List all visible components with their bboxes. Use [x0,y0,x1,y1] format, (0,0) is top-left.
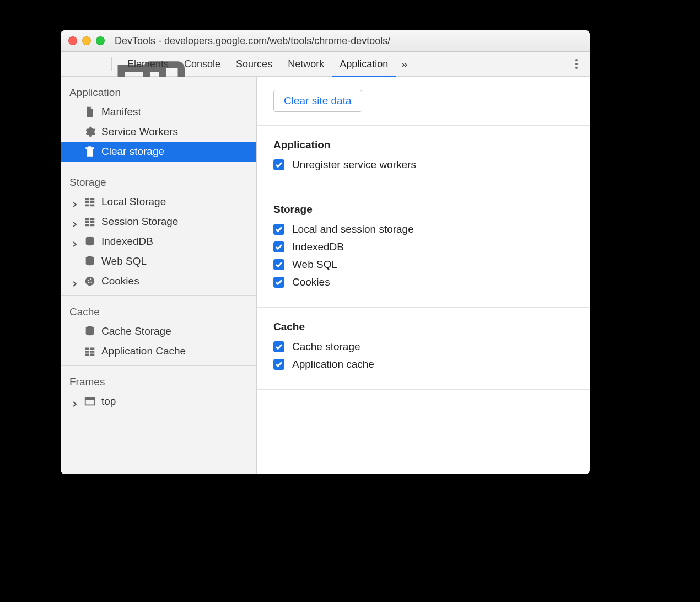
tab-network[interactable]: Network [280,52,332,76]
trash-icon [84,146,96,158]
checkbox-label: Application cache [292,358,374,370]
sidebar-item-cookies[interactable]: Cookies [61,271,256,291]
separator [111,57,112,71]
sidebar-item-session-storage[interactable]: Session Storage [61,212,256,232]
cookie-icon [84,275,96,287]
panel-body: ApplicationManifestService WorkersClear … [61,77,590,474]
sidebar-item-label: Session Storage [101,216,178,228]
db-icon [84,235,96,248]
checkbox-row: Cache storage [273,341,573,353]
window-title: DevTools - developers.google.com/web/too… [115,35,582,47]
checkbox-label: Unregister service workers [292,159,416,171]
clear-site-data-button[interactable]: Clear site data [273,90,362,112]
zoom-window-button[interactable] [96,36,105,45]
sidebar-item-label: IndexedDB [101,235,153,248]
table-icon [84,345,96,357]
tab-console[interactable]: Console [176,52,228,76]
sidebar-group-title: Storage [61,171,256,192]
section-title: Cache [273,321,573,333]
expand-arrow-icon[interactable] [72,238,78,245]
db-icon [84,325,96,337]
frame-icon [84,395,96,407]
checkbox-label: Web SQL [292,259,337,271]
sidebar-item-label: Manifest [101,106,141,118]
checkbox-label: Cache storage [292,341,360,353]
checkbox-label: IndexedDB [292,241,344,253]
sidebar-item-label: Local Storage [101,196,166,208]
sidebar-item-label: Cookies [101,275,139,287]
section-title: Storage [273,203,573,216]
sidebar-item-clear-storage[interactable]: Clear storage [61,142,256,162]
expand-arrow-icon[interactable] [72,278,78,284]
checkbox[interactable] [273,277,284,288]
db-icon [84,255,96,267]
gear-icon [84,126,96,138]
sidebar-item-application-cache[interactable]: Application Cache [61,341,256,361]
application-sidebar: ApplicationManifestService WorkersClear … [61,77,257,474]
checkbox[interactable] [273,359,284,370]
checkbox-label: Cookies [292,276,330,288]
sidebar-group-title: Cache [61,300,256,321]
checkbox-row: Cookies [273,276,573,288]
titlebar: DevTools - developers.google.com/web/too… [61,30,590,52]
window-controls [68,36,105,45]
checkbox-row: Web SQL [273,259,573,271]
sidebar-item-label: Clear storage [101,146,164,158]
clear-storage-pane: Clear site dataApplicationUnregister ser… [257,77,590,474]
sidebar-item-indexeddb[interactable]: IndexedDB [61,232,256,251]
sidebar-group-title: Application [61,81,256,102]
sidebar-item-label: Cache Storage [101,325,171,337]
sidebar-item-cache-storage[interactable]: Cache Storage [61,321,256,341]
checkbox-row: Application cache [273,358,573,370]
checkbox[interactable] [273,341,284,352]
table-icon [84,216,96,228]
tab-sources[interactable]: Sources [228,52,280,76]
sidebar-item-service-workers[interactable]: Service Workers [61,122,256,142]
devtools-window: DevTools - developers.google.com/web/too… [61,30,590,474]
minimize-window-button[interactable] [82,36,91,45]
checkbox[interactable] [273,241,284,252]
sidebar-item-label: Web SQL [101,255,147,267]
expand-arrow-icon[interactable] [72,218,78,225]
table-icon [84,196,96,208]
checkbox[interactable] [273,259,284,270]
checkbox-label: Local and session storage [292,223,414,235]
sidebar-item-label: top [101,395,116,407]
sidebar-item-top[interactable]: top [61,391,256,411]
section-title: Application [273,139,573,151]
expand-arrow-icon[interactable] [72,198,78,205]
sidebar-item-manifest[interactable]: Manifest [61,102,256,122]
inspect-element-icon[interactable] [69,58,82,70]
file-icon [84,106,96,118]
toggle-device-icon[interactable] [88,58,100,70]
tab-elements[interactable]: Elements [120,52,176,76]
sidebar-item-label: Service Workers [101,126,178,138]
sidebar-item-web-sql[interactable]: Web SQL [61,251,256,271]
menu-icon[interactable] [569,59,584,69]
sidebar-group-title: Frames [61,370,256,391]
sidebar-item-label: Application Cache [101,345,186,357]
checkbox-row: IndexedDB [273,241,573,253]
expand-arrow-icon[interactable] [72,398,78,405]
sidebar-item-local-storage[interactable]: Local Storage [61,192,256,212]
checkbox[interactable] [273,159,284,170]
tab-application[interactable]: Application [332,50,396,78]
checkbox[interactable] [273,224,284,235]
close-window-button[interactable] [68,36,77,45]
checkbox-row: Unregister service workers [273,159,573,171]
tab-overflow[interactable]: » [396,58,413,71]
checkbox-row: Local and session storage [273,223,573,235]
devtools-toolbar: Elements Console Sources Network Applica… [61,52,590,77]
